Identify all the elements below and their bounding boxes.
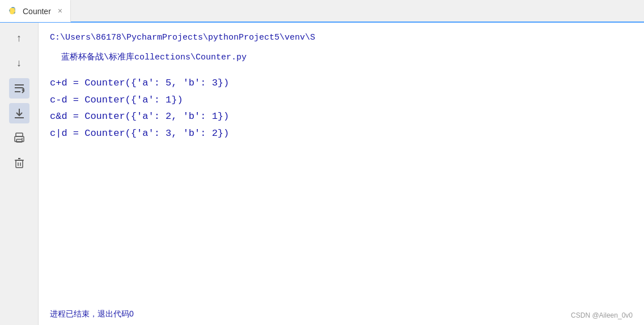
- code-line: c-d = Counter({'a': 1}): [50, 93, 633, 108]
- watermark: CSDN @Aileen_0v0: [571, 311, 633, 319]
- scroll-up-button[interactable]: ↑: [9, 28, 29, 49]
- main-container: ↑ ↓: [0, 23, 644, 325]
- svg-rect-7: [16, 139, 22, 142]
- python-icon: [8, 6, 18, 16]
- download-button[interactable]: [9, 103, 29, 123]
- download-icon: [13, 107, 26, 119]
- file-path-line1: C:\Users\86178\PycharmProjects\pythonPro…: [50, 33, 633, 42]
- toolbar: ↑ ↓: [0, 23, 39, 325]
- print-button[interactable]: [9, 128, 29, 148]
- scroll-down-button[interactable]: ↓: [9, 53, 29, 74]
- code-line: c&d = Counter({'a': 2, 'b': 1}): [50, 109, 633, 124]
- wrap-text-button[interactable]: [9, 78, 29, 99]
- content-area: C:\Users\86178\PycharmProjects\pythonPro…: [39, 23, 644, 325]
- tab-bar: Counter ×: [0, 0, 644, 23]
- file-path-line2: 蓝桥杯备战\标准库collections\Counter.py: [61, 52, 633, 62]
- delete-button[interactable]: [9, 153, 29, 173]
- svg-rect-9: [16, 160, 23, 168]
- code-line: c|d = Counter({'a': 3, 'b': 2}): [50, 126, 633, 141]
- wrap-text-icon: [13, 82, 26, 95]
- code-block: c+d = Counter({'a': 5, 'b': 3})c-d = Cou…: [50, 76, 633, 140]
- print-icon: [13, 132, 26, 144]
- svg-point-8: [22, 138, 23, 139]
- status-text: 进程已结束，退出代码0: [50, 309, 134, 319]
- trash-icon: [13, 157, 26, 169]
- tab-close-button[interactable]: ×: [58, 7, 62, 16]
- svg-rect-5: [16, 133, 23, 136]
- tab-counter[interactable]: Counter ×: [0, 0, 71, 22]
- code-line: c+d = Counter({'a': 5, 'b': 3}): [50, 76, 633, 91]
- tab-title: Counter: [23, 7, 51, 16]
